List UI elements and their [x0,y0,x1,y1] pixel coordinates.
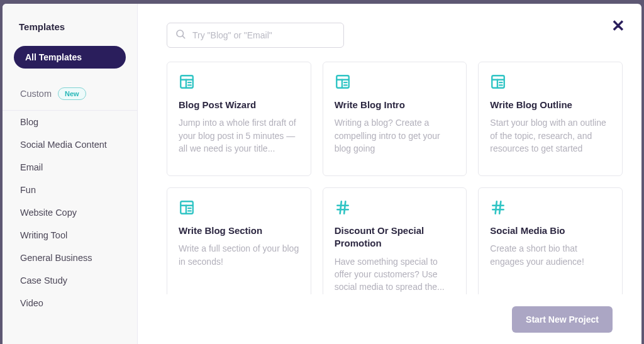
sidebar-item-case-study[interactable]: Case Study [3,269,137,292]
new-badge: New [58,87,86,100]
card-desc: Jump into a whole first draft of your bl… [179,116,299,155]
card-title: Blog Post Wizard [179,99,299,111]
search-input[interactable] [192,30,336,40]
sidebar: Templates All Templates Custom New Blog … [3,4,138,344]
templates-modal: Templates All Templates Custom New Blog … [3,4,641,344]
card-desc: Writing a blog? Create a compelling intr… [335,116,455,155]
card-desc: Have something special to offer your cus… [335,255,455,294]
hash-icon [335,199,455,218]
sidebar-item-video[interactable]: Video [3,292,137,314]
sidebar-item-fun[interactable]: Fun [3,179,137,201]
sidebar-custom-label: Custom [20,89,52,99]
card-title: Write Blog Intro [335,99,455,111]
sidebar-item-email[interactable]: Email [3,156,137,179]
sidebar-item-custom[interactable]: Custom New [3,77,137,111]
template-grid: Blog Post Wizard Jump into a whole first… [167,62,623,294]
main-panel: ✕ Blog Post Wizard Jump int [138,4,641,344]
sidebar-item-social-media[interactable]: Social Media Content [3,133,137,156]
search-icon [175,28,186,42]
category-list: Blog Social Media Content Email Fun Webs… [3,111,137,314]
sidebar-item-general-business[interactable]: General Business [3,247,137,269]
card-title: Write Blog Outline [490,99,611,111]
svg-line-1 [182,36,185,38]
card-desc: Write a full section of your blog in sec… [179,242,299,268]
template-card[interactable]: Discount Or Special Promotion Have somet… [323,187,467,294]
document-icon [179,74,299,92]
card-title: Write Blog Section [179,225,299,237]
template-card[interactable]: Blog Post Wizard Jump into a whole first… [167,62,311,176]
sidebar-item-blog[interactable]: Blog [3,111,137,133]
document-icon [335,74,455,92]
document-icon [179,199,299,218]
card-title: Discount Or Special Promotion [335,225,455,250]
close-icon[interactable]: ✕ [611,18,625,34]
hash-icon [490,199,611,218]
svg-line-25 [344,201,345,214]
sidebar-item-writing-tool[interactable]: Writing Tool [3,224,137,247]
document-icon [490,74,611,92]
card-desc: Start your blog with an outline of the t… [490,116,611,155]
card-desc: Create a short bio that engages your aud… [490,242,611,268]
template-card[interactable]: Social Media Bio Create a short bio that… [478,187,623,294]
sidebar-title: Templates [3,4,137,46]
svg-line-28 [496,201,497,214]
template-card[interactable]: Write Blog Section Write a full section … [167,187,311,294]
sidebar-item-all-templates[interactable]: All Templates [14,46,126,69]
search-box[interactable] [167,23,344,48]
start-new-project-button[interactable]: Start New Project [512,306,613,333]
template-grid-scroll[interactable]: Blog Post Wizard Jump into a whole first… [167,62,630,294]
template-card[interactable]: Write Blog Intro Writing a blog? Create … [323,62,467,176]
svg-line-29 [499,201,501,214]
card-title: Social Media Bio [490,225,611,237]
svg-line-24 [340,201,341,214]
template-card[interactable]: Write Blog Outline Start your blog with … [478,62,623,176]
sidebar-item-website-copy[interactable]: Website Copy [3,201,137,224]
